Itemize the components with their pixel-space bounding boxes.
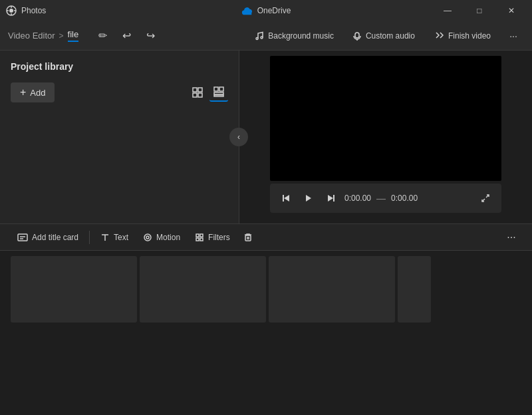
svg-rect-25 bbox=[18, 234, 27, 241]
video-preview bbox=[270, 56, 501, 181]
background-music-button[interactable]: Background music bbox=[247, 26, 342, 46]
timeline-clips bbox=[0, 251, 532, 356]
toolbar-more-button[interactable]: ··· bbox=[503, 25, 524, 47]
video-controls-bar: 0:00.00 — 0:00.00 bbox=[270, 184, 501, 213]
minimize-button[interactable]: — bbox=[432, 0, 463, 21]
audio-icon bbox=[352, 31, 362, 41]
filters-button[interactable]: Filters bbox=[188, 227, 237, 247]
svg-rect-36 bbox=[245, 235, 251, 241]
list-icon bbox=[213, 86, 224, 97]
finish-video-label: Finish video bbox=[448, 31, 491, 41]
text-button[interactable]: Text bbox=[94, 227, 135, 247]
onedrive-icon bbox=[241, 5, 253, 17]
text-label: Text bbox=[114, 233, 128, 242]
add-title-card-button[interactable]: Add title card bbox=[11, 227, 85, 247]
timeline-separator bbox=[89, 231, 90, 244]
title-bar-left: Photos bbox=[5, 5, 179, 17]
next-icon bbox=[327, 194, 336, 203]
breadcrumb-video-editor[interactable]: Video Editor bbox=[8, 31, 55, 41]
add-button[interactable]: + Add bbox=[11, 82, 55, 102]
undo-button[interactable]: ↩ bbox=[116, 25, 137, 47]
music-icon bbox=[255, 31, 264, 41]
breadcrumb: Video Editor > file bbox=[8, 29, 78, 42]
add-title-card-label: Add title card bbox=[32, 233, 78, 242]
svg-point-1 bbox=[9, 9, 13, 13]
edit-button[interactable]: ✏ bbox=[92, 25, 113, 47]
panel-controls: + Add bbox=[11, 82, 228, 102]
toolbar: Video Editor > file ✏ ↩ ↪ Background mus… bbox=[0, 21, 532, 51]
svg-rect-16 bbox=[214, 92, 223, 94]
delete-button[interactable] bbox=[238, 227, 258, 247]
close-button[interactable]: ✕ bbox=[496, 0, 527, 21]
video-preview-area: 0:00.00 — 0:00.00 bbox=[239, 51, 532, 223]
filters-label: Filters bbox=[208, 233, 230, 242]
grid-icon bbox=[192, 87, 203, 98]
title-bar-controls: — □ ✕ bbox=[353, 0, 527, 21]
title-bar-center: OneDrive bbox=[179, 5, 352, 17]
main-area: Project library + Add bbox=[0, 51, 532, 223]
custom-audio-button[interactable]: Custom audio bbox=[344, 26, 423, 46]
background-music-label: Background music bbox=[268, 31, 334, 41]
time-total: 0:00.00 bbox=[391, 194, 418, 203]
motion-button[interactable]: Motion bbox=[136, 227, 187, 247]
svg-point-30 bbox=[144, 234, 151, 241]
timeline-clip[interactable] bbox=[269, 256, 395, 323]
grid-view-button[interactable] bbox=[188, 83, 207, 102]
finish-video-button[interactable]: Finish video bbox=[426, 26, 500, 46]
expand-button[interactable] bbox=[476, 189, 495, 208]
svg-point-7 bbox=[261, 37, 263, 39]
svg-rect-33 bbox=[200, 234, 203, 237]
svg-rect-17 bbox=[214, 95, 223, 96]
expand-icon bbox=[481, 194, 490, 203]
svg-rect-11 bbox=[198, 88, 202, 92]
redo-button[interactable]: ↪ bbox=[140, 25, 161, 47]
filters-icon bbox=[195, 233, 204, 242]
custom-audio-label: Custom audio bbox=[366, 31, 415, 41]
svg-rect-32 bbox=[196, 234, 199, 237]
project-library-panel: Project library + Add bbox=[0, 51, 239, 223]
title-bar: Photos OneDrive — □ ✕ bbox=[0, 0, 532, 21]
maximize-button[interactable]: □ bbox=[464, 0, 495, 21]
breadcrumb-file[interactable]: file bbox=[68, 29, 79, 42]
play-icon bbox=[304, 194, 313, 203]
svg-rect-34 bbox=[196, 238, 199, 241]
svg-marker-21 bbox=[328, 195, 333, 202]
svg-point-31 bbox=[146, 236, 149, 239]
svg-point-6 bbox=[256, 37, 258, 39]
svg-rect-13 bbox=[198, 93, 202, 97]
timeline-clip[interactable] bbox=[11, 256, 137, 323]
toolbar-right: Background music Custom audio Finish vid… bbox=[247, 25, 524, 47]
onedrive-label: OneDrive bbox=[257, 6, 291, 15]
svg-rect-8 bbox=[355, 33, 359, 38]
collapse-panel-button[interactable]: ‹ bbox=[229, 128, 248, 146]
svg-rect-35 bbox=[200, 238, 203, 241]
svg-rect-12 bbox=[193, 93, 197, 97]
more-options-button[interactable]: ··· bbox=[501, 227, 521, 247]
motion-icon bbox=[143, 233, 152, 242]
list-view-button[interactable] bbox=[209, 83, 228, 102]
prev-frame-button[interactable] bbox=[277, 189, 295, 208]
title-card-icon bbox=[17, 232, 28, 243]
svg-rect-15 bbox=[219, 87, 223, 91]
timeline-clip[interactable] bbox=[140, 256, 266, 323]
add-icon: + bbox=[20, 86, 26, 98]
app-icon bbox=[5, 5, 17, 17]
svg-marker-18 bbox=[284, 195, 289, 202]
next-frame-button[interactable] bbox=[322, 189, 340, 208]
svg-rect-14 bbox=[214, 87, 218, 91]
svg-marker-20 bbox=[306, 195, 311, 202]
project-library-title: Project library bbox=[11, 61, 228, 72]
prev-icon bbox=[281, 194, 291, 203]
svg-rect-22 bbox=[333, 195, 334, 202]
timeline-clip-partial[interactable] bbox=[398, 256, 431, 323]
delete-icon bbox=[243, 233, 253, 242]
timeline-area: Add title card Text Motion Filter bbox=[0, 223, 532, 356]
finish-icon bbox=[435, 31, 444, 41]
app-title: Photos bbox=[21, 6, 46, 15]
timeline-toolbar: Add title card Text Motion Filter bbox=[0, 224, 532, 251]
svg-rect-10 bbox=[193, 88, 197, 92]
play-button[interactable] bbox=[299, 189, 318, 208]
text-icon bbox=[100, 233, 110, 242]
breadcrumb-separator: > bbox=[59, 31, 64, 41]
add-label: Add bbox=[30, 88, 45, 98]
